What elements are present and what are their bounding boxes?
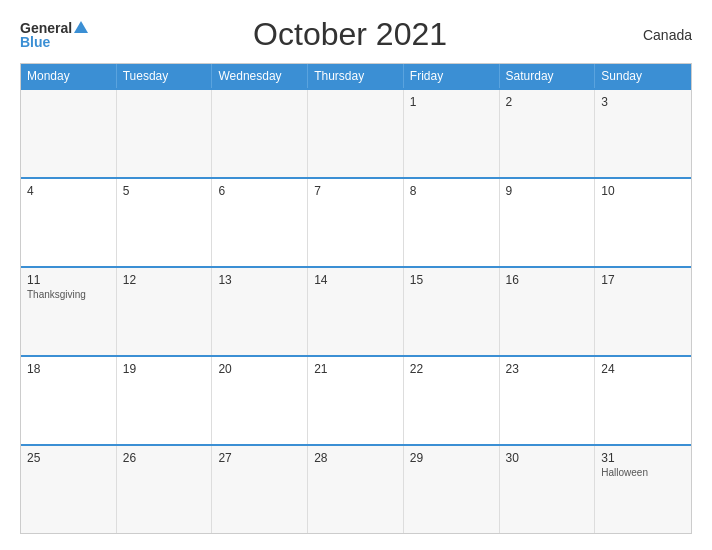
- page-header: General Blue October 2021 Canada: [20, 16, 692, 53]
- day-number: 22: [410, 362, 493, 376]
- day-number: 4: [27, 184, 110, 198]
- day-number: 29: [410, 451, 493, 465]
- calendar-cell: 26: [117, 446, 213, 533]
- day-number: 20: [218, 362, 301, 376]
- calendar-cell: 16: [500, 268, 596, 355]
- calendar-cell: 13: [212, 268, 308, 355]
- calendar-week-5: 25262728293031Halloween: [21, 444, 691, 533]
- calendar-cell: 7: [308, 179, 404, 266]
- calendar-cell: 8: [404, 179, 500, 266]
- calendar-cell: 11Thanksgiving: [21, 268, 117, 355]
- day-number: 25: [27, 451, 110, 465]
- calendar-cell: 17: [595, 268, 691, 355]
- calendar-title: October 2021: [88, 16, 612, 53]
- day-number: 27: [218, 451, 301, 465]
- day-number: 9: [506, 184, 589, 198]
- country-label: Canada: [612, 27, 692, 43]
- calendar: MondayTuesdayWednesdayThursdayFridaySatu…: [20, 63, 692, 534]
- day-number: 19: [123, 362, 206, 376]
- calendar-cell: 29: [404, 446, 500, 533]
- calendar-cell: 19: [117, 357, 213, 444]
- calendar-cell: 2: [500, 90, 596, 177]
- calendar-cell: 5: [117, 179, 213, 266]
- calendar-cell: [212, 90, 308, 177]
- day-number: 18: [27, 362, 110, 376]
- day-number: 16: [506, 273, 589, 287]
- day-number: 24: [601, 362, 685, 376]
- header-cell-monday: Monday: [21, 64, 117, 88]
- calendar-cell: 28: [308, 446, 404, 533]
- day-number: 30: [506, 451, 589, 465]
- day-number: 15: [410, 273, 493, 287]
- calendar-body: 1234567891011Thanksgiving121314151617181…: [21, 88, 691, 533]
- day-number: 31: [601, 451, 685, 465]
- day-event: Thanksgiving: [27, 289, 110, 300]
- day-number: 7: [314, 184, 397, 198]
- calendar-cell: 1: [404, 90, 500, 177]
- calendar-week-1: 123: [21, 88, 691, 177]
- day-number: 6: [218, 184, 301, 198]
- logo-triangle-icon: [74, 21, 88, 33]
- day-number: 12: [123, 273, 206, 287]
- calendar-cell: 15: [404, 268, 500, 355]
- calendar-cell: 31Halloween: [595, 446, 691, 533]
- header-cell-saturday: Saturday: [500, 64, 596, 88]
- calendar-week-4: 18192021222324: [21, 355, 691, 444]
- day-number: 26: [123, 451, 206, 465]
- calendar-header: MondayTuesdayWednesdayThursdayFridaySatu…: [21, 64, 691, 88]
- calendar-cell: 6: [212, 179, 308, 266]
- calendar-cell: 23: [500, 357, 596, 444]
- header-cell-tuesday: Tuesday: [117, 64, 213, 88]
- day-number: 5: [123, 184, 206, 198]
- header-cell-friday: Friday: [404, 64, 500, 88]
- day-number: 14: [314, 273, 397, 287]
- day-number: 8: [410, 184, 493, 198]
- calendar-cell: [117, 90, 213, 177]
- logo-top-row: General: [20, 21, 88, 35]
- day-number: 17: [601, 273, 685, 287]
- calendar-cell: 27: [212, 446, 308, 533]
- calendar-cell: 22: [404, 357, 500, 444]
- header-cell-wednesday: Wednesday: [212, 64, 308, 88]
- day-number: 23: [506, 362, 589, 376]
- calendar-cell: 3: [595, 90, 691, 177]
- header-cell-sunday: Sunday: [595, 64, 691, 88]
- calendar-week-2: 45678910: [21, 177, 691, 266]
- day-number: 1: [410, 95, 493, 109]
- calendar-cell: 21: [308, 357, 404, 444]
- day-number: 11: [27, 273, 110, 287]
- day-number: 2: [506, 95, 589, 109]
- logo: General Blue: [20, 21, 88, 49]
- calendar-cell: [308, 90, 404, 177]
- header-cell-thursday: Thursday: [308, 64, 404, 88]
- calendar-cell: 30: [500, 446, 596, 533]
- calendar-cell: 25: [21, 446, 117, 533]
- calendar-cell: [21, 90, 117, 177]
- day-number: 3: [601, 95, 685, 109]
- logo-blue-text: Blue: [20, 35, 50, 49]
- calendar-cell: 4: [21, 179, 117, 266]
- day-number: 13: [218, 273, 301, 287]
- day-number: 10: [601, 184, 685, 198]
- logo-block: General Blue: [20, 21, 88, 49]
- day-number: 28: [314, 451, 397, 465]
- day-number: 21: [314, 362, 397, 376]
- calendar-cell: 14: [308, 268, 404, 355]
- calendar-cell: 20: [212, 357, 308, 444]
- logo-general-text: General: [20, 21, 72, 35]
- calendar-cell: 12: [117, 268, 213, 355]
- calendar-week-3: 11Thanksgiving121314151617: [21, 266, 691, 355]
- day-event: Halloween: [601, 467, 685, 478]
- calendar-cell: 10: [595, 179, 691, 266]
- calendar-cell: 18: [21, 357, 117, 444]
- calendar-cell: 24: [595, 357, 691, 444]
- calendar-cell: 9: [500, 179, 596, 266]
